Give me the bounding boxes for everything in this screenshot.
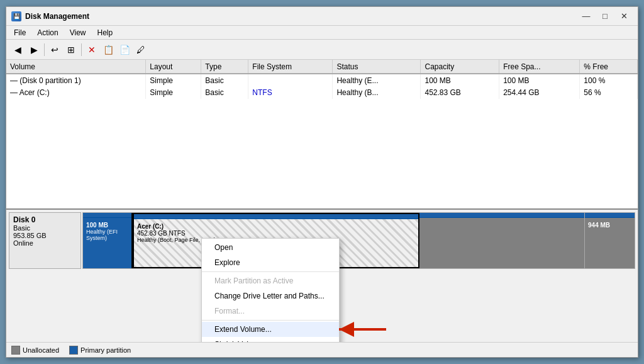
ctx-extend-volume[interactable]: Extend Volume...: [202, 322, 339, 337]
arrow-indicator: [333, 322, 389, 337]
legend-primary-color: [69, 346, 78, 355]
disk-label: Disk 0 Basic 953.85 GB Online: [9, 212, 81, 269]
cell-type: Basic: [201, 74, 248, 86]
toolbar-copy[interactable]: 📋: [101, 42, 116, 57]
table-header: Volume Layout Type File System Status Ca…: [6, 60, 638, 74]
ctx-explore[interactable]: Explore: [202, 255, 339, 270]
disk-name: Disk 0: [13, 215, 77, 224]
cell-pctfree: 100 %: [580, 74, 638, 86]
disk-type: Basic: [13, 224, 77, 232]
ctx-change-letter[interactable]: Change Drive Letter and Paths...: [202, 288, 339, 304]
col-capacity: Capacity: [421, 60, 499, 74]
cell-filesystem: [248, 74, 333, 86]
cell-volume: — (Disk 0 partition 1): [6, 74, 146, 86]
toolbar-back[interactable]: ◀: [10, 42, 25, 57]
title-left: 💾 Disk Management: [11, 11, 89, 21]
window-title: Disk Management: [25, 12, 89, 21]
table-row[interactable]: — Acer (C:) Simple Basic NTFS Healthy (B…: [6, 86, 638, 99]
toolbar-delete[interactable]: ✕: [84, 42, 99, 57]
cell-capacity: 100 MB: [421, 74, 499, 86]
partition-efi-size: 100 MB: [86, 222, 129, 229]
cell-capacity: 452.83 GB: [421, 86, 499, 99]
context-menu: Open Explore Mark Partition as Active Ch…: [201, 238, 340, 342]
legend-unalloc-label: Unallocated: [23, 346, 59, 354]
cell-freespace: 100 MB: [499, 74, 580, 86]
cell-type: Basic: [201, 86, 248, 99]
col-volume: Volume: [6, 60, 146, 74]
legend-primary-label: Primary partition: [80, 346, 131, 354]
legend-bar: Unallocated Primary partition: [6, 342, 638, 357]
ctx-shrink-volume[interactable]: Shrink Volume...: [202, 337, 339, 342]
partition-unalloc2[interactable]: 944 MB: [585, 213, 635, 268]
partition-efi-label: Healthy (EFI System): [86, 229, 129, 241]
toolbar-refresh[interactable]: ↩: [47, 42, 62, 57]
toolbar-grid[interactable]: ⊞: [64, 42, 79, 57]
partition-ntfs-name: Acer (C:): [137, 223, 415, 230]
partition-efi-content: 100 MB Healthy (EFI System): [86, 222, 129, 241]
col-filesystem: File System: [248, 60, 333, 74]
toolbar-sep-2: [81, 43, 82, 56]
ctx-format[interactable]: Format...: [202, 304, 339, 319]
cell-status: Healthy (E...: [333, 74, 421, 86]
maximize-button[interactable]: □: [596, 10, 614, 23]
partition-unalloc2-size: 944 MB: [588, 222, 631, 229]
partition-unalloc1[interactable]: [419, 213, 585, 268]
app-icon: 💾: [11, 11, 21, 21]
menu-file[interactable]: File: [9, 27, 31, 38]
menu-action[interactable]: Action: [32, 27, 63, 38]
table-row[interactable]: — (Disk 0 partition 1) Simple Basic Heal…: [6, 74, 638, 86]
toolbar-sep-1: [44, 43, 45, 56]
volume-table: Volume Layout Type File System Status Ca…: [6, 60, 638, 210]
disk-size: 953.85 GB: [13, 232, 77, 239]
partition-efi[interactable]: 100 MB Healthy (EFI System): [83, 213, 133, 268]
cell-layout: Simple: [146, 74, 201, 86]
cell-layout: Simple: [146, 86, 201, 99]
cell-freespace: 254.44 GB: [499, 86, 580, 99]
close-button[interactable]: ✕: [615, 10, 633, 23]
cell-status: Healthy (B...: [333, 86, 421, 99]
col-pctfree: % Free: [580, 60, 638, 74]
toolbar-paste[interactable]: 📄: [117, 42, 132, 57]
title-bar: 💾 Disk Management — □ ✕: [6, 7, 638, 26]
col-status: Status: [333, 60, 421, 74]
cell-volume: — Acer (C:): [6, 86, 146, 99]
ctx-sep-1: [202, 271, 339, 272]
partition-unalloc2-content: 944 MB: [588, 222, 631, 229]
legend-unallocated: Unallocated: [11, 346, 59, 355]
legend-unalloc-color: [11, 346, 20, 355]
disk-partitions: 100 MB Healthy (EFI System) Acer (C:) 45…: [82, 212, 635, 269]
col-layout: Layout: [146, 60, 201, 74]
title-controls: — □ ✕: [577, 10, 633, 23]
col-type: Type: [201, 60, 248, 74]
toolbar-forward[interactable]: ▶: [26, 42, 42, 57]
disk-area: Disk 0 Basic 953.85 GB Online 100 MB Hea…: [6, 210, 638, 342]
toolbar-settings[interactable]: 🖊: [133, 42, 148, 57]
toolbar: ◀ ▶ ↩ ⊞ ✕ 📋 📄 🖊: [6, 40, 638, 60]
legend-primary: Primary partition: [69, 346, 131, 355]
partition-ntfs-details: 452.83 GB NTFS: [137, 230, 415, 237]
cell-filesystem: NTFS: [248, 86, 333, 99]
ctx-mark-active[interactable]: Mark Partition as Active: [202, 273, 339, 288]
menu-bar: File Action View Help: [6, 26, 638, 40]
cell-pctfree: 56 %: [580, 86, 638, 99]
menu-help[interactable]: Help: [92, 27, 118, 38]
disk-status: Online: [13, 239, 77, 247]
ctx-open[interactable]: Open: [202, 240, 339, 255]
main-window: 💾 Disk Management — □ ✕ File Action View…: [6, 6, 638, 358]
minimize-button[interactable]: —: [577, 10, 595, 23]
ctx-sep-2: [202, 320, 339, 321]
col-freespace: Free Spa...: [499, 60, 580, 74]
main-area: Volume Layout Type File System Status Ca…: [6, 60, 638, 357]
menu-view[interactable]: View: [65, 27, 91, 38]
